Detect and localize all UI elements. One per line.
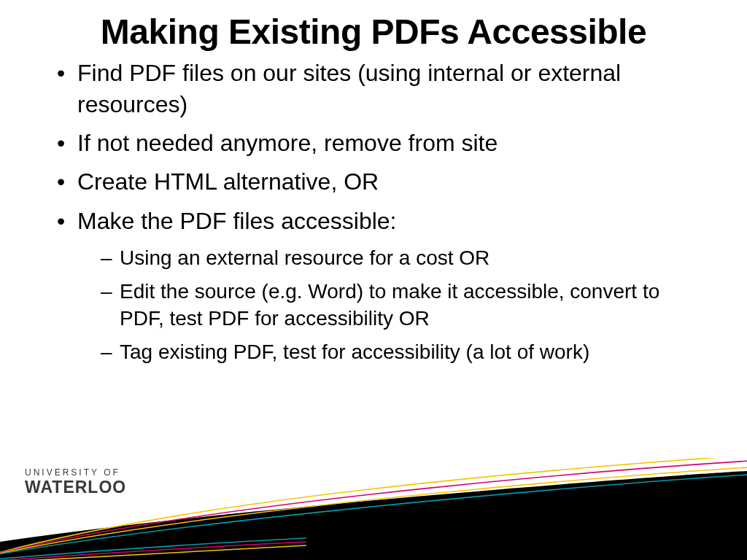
list-item: If not needed anymore, remove from site [53,128,703,159]
bullet-text: Find PDF files on our sites (using inter… [77,60,621,117]
sub-bullet-text: Edit the source (e.g. Word) to make it a… [120,280,659,330]
logo-line1: UNIVERSITY OF [25,467,126,478]
list-item: Edit the source (e.g. Word) to make it a… [98,278,703,333]
sub-bullet-text: Using an external resource for a cost OR [120,246,489,269]
list-item: Make the PDF files accessible: Using an … [53,206,703,366]
swoosh-line-yellow-bottom [0,545,306,560]
sub-bullet-text: Tag existing PDF, test for accessibility… [120,341,589,363]
bullet-list: Find PDF files on our sites (using inter… [53,58,703,366]
bullet-text: Make the PDF files accessible: [77,208,397,234]
list-item: Create HTML alternative, OR [53,166,703,198]
sub-bullet-list: Using an external resource for a cost OR… [98,244,703,366]
swoosh-line-magenta-bottom [0,542,306,560]
logo: UNIVERSITY OF WATERLOO [25,467,126,497]
bullet-text: If not needed anymore, remove from site [77,130,498,156]
slide: Making Existing PDFs Accessible Find PDF… [0,0,747,560]
slide-title: Making Existing PDFs Accessible [0,0,747,52]
swoosh-line-teal-bottom [0,538,306,560]
logo-line2: WATERLOO [25,478,126,497]
list-item: Tag existing PDF, test for accessibility… [98,338,703,366]
list-item: Find PDF files on our sites (using inter… [53,58,703,120]
list-item: Using an external resource for a cost OR [98,244,703,272]
slide-content: Find PDF files on our sites (using inter… [0,52,747,366]
bullet-text: Create HTML alternative, OR [77,168,379,195]
